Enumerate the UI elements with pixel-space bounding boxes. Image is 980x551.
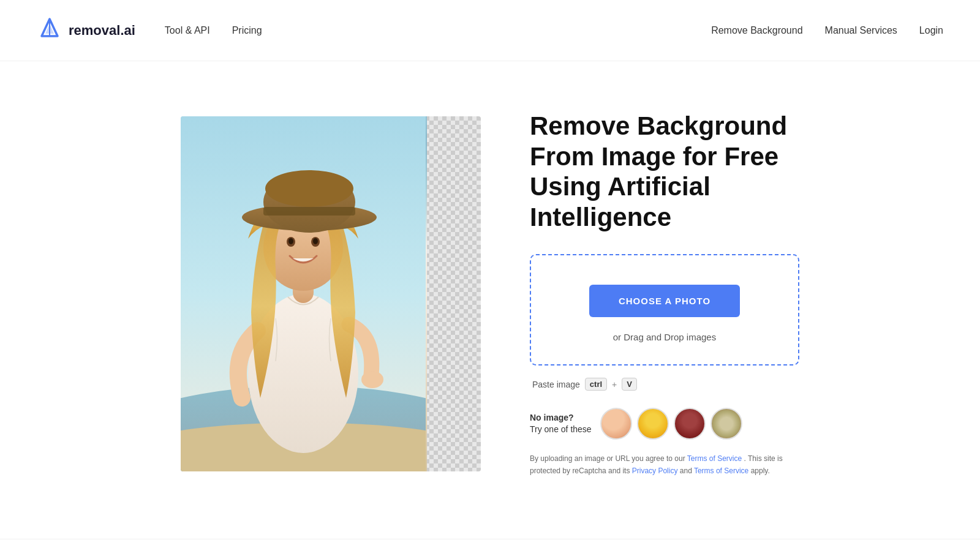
- nav-left: removal.ai Tool & API Pricing: [37, 17, 262, 45]
- upload-dropzone[interactable]: CHOOSE A PHOTO or Drag and Drop images: [530, 254, 799, 365]
- hero-title: Remove Background From Image for Free Us…: [530, 111, 799, 232]
- hero-content: Remove Background From Image for Free Us…: [530, 111, 799, 477]
- sample-thumb-4[interactable]: [710, 408, 742, 440]
- navbar: removal.ai Tool & API Pricing Remove Bac…: [0, 0, 980, 61]
- paste-row: Paste image ctrl + V: [530, 378, 799, 391]
- tos-link-1[interactable]: Terms of Service: [687, 454, 742, 463]
- paste-label: Paste image: [532, 380, 580, 389]
- nav-remove-background[interactable]: Remove Background: [711, 25, 802, 36]
- nav-manual-services[interactable]: Manual Services: [825, 25, 897, 36]
- sample-thumb-3[interactable]: [674, 408, 706, 440]
- svg-point-13: [313, 238, 318, 244]
- svg-point-12: [288, 238, 293, 244]
- plus-sign: +: [612, 380, 617, 389]
- choose-photo-button[interactable]: CHOOSE A PHOTO: [589, 285, 740, 317]
- legal-text: By uploading an image or URL you agree t…: [530, 453, 799, 476]
- hero-photo: [181, 116, 427, 471]
- hero-image-wrap: [181, 116, 481, 471]
- nav-links: Tool & API Pricing: [165, 25, 262, 36]
- sample-thumbs: [600, 408, 742, 440]
- nav-right: Remove Background Manual Services Login: [711, 25, 943, 36]
- nav-login[interactable]: Login: [919, 25, 943, 36]
- privacy-link[interactable]: Privacy Policy: [632, 467, 678, 475]
- page-footer: Service: [0, 539, 980, 551]
- sample-thumb-2[interactable]: [637, 408, 669, 440]
- svg-point-7: [361, 371, 383, 388]
- v-key-badge: V: [622, 378, 637, 391]
- main-content: Remove Background From Image for Free Us…: [0, 61, 980, 539]
- nav-link-tool-api[interactable]: Tool & API: [165, 25, 210, 36]
- svg-point-16: [265, 170, 353, 207]
- logo-icon: [37, 17, 62, 45]
- ctrl-key-badge: ctrl: [585, 378, 607, 391]
- samples-row: No image? Try one of these: [530, 408, 799, 440]
- logo[interactable]: removal.ai: [37, 17, 135, 45]
- logo-text: removal.ai: [69, 23, 135, 39]
- tos-link-2[interactable]: Terms of Service: [694, 467, 748, 475]
- nav-link-pricing[interactable]: Pricing: [232, 25, 262, 36]
- svg-rect-17: [263, 207, 355, 216]
- sample-thumb-1[interactable]: [600, 408, 632, 440]
- demo-image-canvas: [181, 116, 481, 471]
- drag-drop-text: or Drag and Drop images: [551, 332, 778, 342]
- samples-label: No image? Try one of these: [530, 412, 592, 436]
